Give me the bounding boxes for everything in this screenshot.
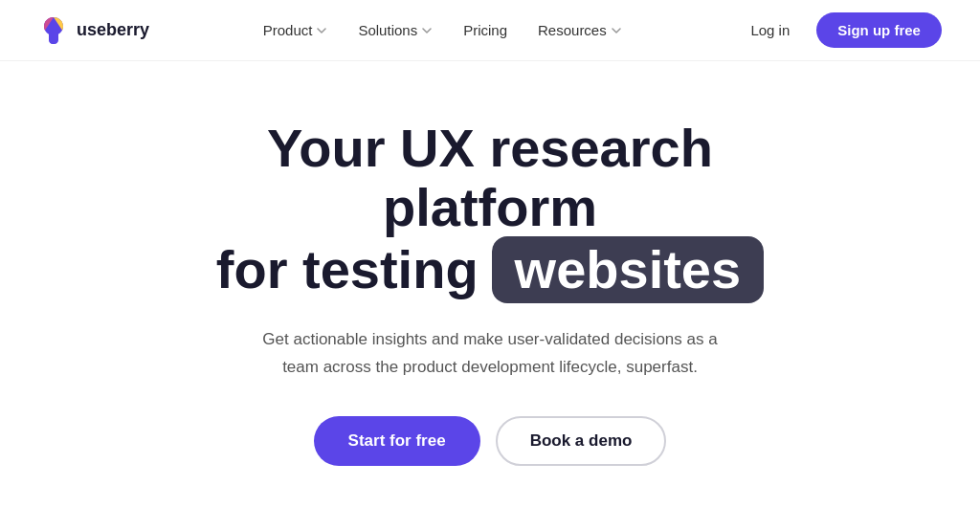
start-free-button[interactable]: Start for free — [314, 416, 480, 466]
nav-item-solutions[interactable]: Solutions — [345, 14, 446, 46]
hero-title-line2: for testing websites — [155, 236, 825, 303]
hero-title: Your UX research platform for testing we… — [155, 119, 825, 303]
nav-item-resources[interactable]: Resources — [524, 14, 635, 46]
hero-section: Your UX research platform for testing we… — [0, 61, 980, 504]
chevron-down-icon — [611, 25, 622, 36]
book-demo-button[interactable]: Book a demo — [496, 416, 667, 466]
logo-link[interactable]: useberry — [38, 15, 149, 46]
hero-title-prefix: for testing — [216, 240, 479, 299]
brand-name: useberry — [77, 20, 149, 40]
chevron-down-icon — [316, 25, 327, 36]
nav-auth: Log in Sign up free — [735, 12, 942, 48]
hero-subtitle: Get actionable insights and make user-va… — [260, 326, 720, 382]
login-button[interactable]: Log in — [735, 14, 805, 46]
nav-item-pricing[interactable]: Pricing — [450, 14, 521, 46]
navbar: useberry Product Solutions Pricing Resou… — [0, 0, 980, 61]
logo-icon — [38, 15, 69, 46]
hero-buttons: Start for free Book a demo — [314, 416, 667, 466]
hero-title-line1: Your UX research platform — [155, 119, 825, 236]
hero-highlight-word: websites — [492, 236, 765, 303]
nav-item-product[interactable]: Product — [250, 14, 342, 46]
chevron-down-icon — [421, 25, 433, 36]
nav-links: Product Solutions Pricing Resources — [250, 14, 635, 46]
signup-button[interactable]: Sign up free — [816, 12, 942, 48]
